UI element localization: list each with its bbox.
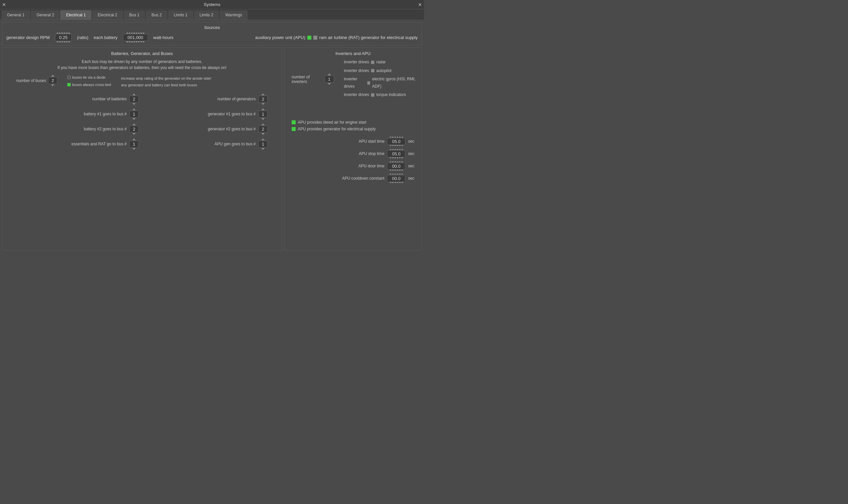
apu-start-time-spinbox[interactable]: 05.0 xyxy=(387,137,405,146)
battery-value[interactable]: 001,000 xyxy=(123,34,148,41)
apu-cooldown-value[interactable]: 00.0 xyxy=(387,175,405,182)
tab-electrical1[interactable]: Electrical 1 xyxy=(60,10,91,20)
apu-gen-label: APU gen goes to bus # xyxy=(215,142,256,146)
ess-rat-spinbox[interactable]: 1 xyxy=(129,138,139,150)
tab-general2[interactable]: General 2 xyxy=(31,10,60,20)
apu-gen-value[interactable]: 1 xyxy=(258,141,268,148)
apu-cooldown-row: APU cooldown constant 00.0 sec xyxy=(288,174,414,183)
apu-gen-electrical-checkbox[interactable] xyxy=(292,127,296,131)
apu-times-section: APU start time 05.0 sec APU stop time xyxy=(288,137,418,183)
tab-warnings[interactable]: Warnings xyxy=(220,10,248,20)
apu-gen-down-arrow[interactable] xyxy=(261,148,265,150)
battery2-value[interactable]: 2 xyxy=(129,126,139,133)
battery2-label: battery #2 goes to bus # xyxy=(84,127,127,131)
batteries-up-arrow[interactable] xyxy=(132,93,136,95)
apu-gray-indicator[interactable] xyxy=(313,36,317,40)
number-of-batteries-spinbox[interactable]: 2 xyxy=(129,93,139,105)
inverter3-device: electric gyros (HSI, RMI, ADF) xyxy=(372,76,418,90)
apu-stop-time-value[interactable]: 05.0 xyxy=(387,150,405,157)
number-of-generators-value[interactable]: 2 xyxy=(258,96,268,103)
inverters-down-arrow[interactable] xyxy=(328,83,331,85)
battery2-bus-row: battery #2 goes to bus # 2 xyxy=(16,123,139,135)
number-of-buses-value[interactable]: 2 xyxy=(48,77,57,84)
tab-limits2[interactable]: Limits 2 xyxy=(194,10,219,20)
number-of-inverters-spinbox[interactable]: 1 xyxy=(325,73,334,85)
battery2-spinbox[interactable]: 2 xyxy=(129,123,139,135)
batteries-down-arrow[interactable] xyxy=(132,103,136,105)
generator1-label: generator #1 goes to bus # xyxy=(208,112,256,116)
generators-up-arrow[interactable] xyxy=(261,93,265,95)
title-bar: ✕ Systems ✕ xyxy=(0,0,424,9)
inverter4-label: inverter drives xyxy=(344,91,369,99)
tab-bus1[interactable]: Bus 1 xyxy=(124,10,145,20)
apu-bleed-label: APU provides bleed air for engine start xyxy=(298,120,366,125)
tab-limits1[interactable]: Limits 1 xyxy=(168,10,193,20)
apu-bleed-checkbox[interactable] xyxy=(292,120,296,124)
generator-rpm-spinbox[interactable]: 0.25 xyxy=(55,33,72,42)
generator2-down-arrow[interactable] xyxy=(261,133,265,135)
cross-tie-label: buses always cross-tied xyxy=(72,83,111,87)
ess-rat-up-arrow[interactable] xyxy=(132,138,136,140)
apu-start-time-value[interactable]: 05.0 xyxy=(387,138,405,145)
tab-electrical2[interactable]: Electrical 2 xyxy=(92,10,123,20)
battery1-value[interactable]: 1 xyxy=(129,111,139,118)
generator-rpm-value[interactable]: 0.25 xyxy=(55,34,72,41)
generator1-down-arrow[interactable] xyxy=(261,118,265,120)
battery-spinbox[interactable]: 001,000 xyxy=(123,33,148,42)
right-panel: Inverters and APU number of inverters 1 … xyxy=(284,47,422,250)
sources-title: Sources xyxy=(6,25,418,30)
diode-checkbox[interactable] xyxy=(67,76,71,79)
inverter2-label: inverter drives xyxy=(344,67,369,75)
apu-stop-time-sec: sec xyxy=(408,151,414,156)
apu-door-time-sec: sec xyxy=(408,164,414,168)
left-panel-title: Batteries, Generator, and Buses xyxy=(6,51,278,56)
apu-start-time-label: APU start time xyxy=(338,139,384,144)
inverter-row-3: inverter drives electric gyros (HSI, RMI… xyxy=(344,76,418,90)
close-button-right[interactable]: ✕ xyxy=(418,2,422,7)
battery1-up-arrow[interactable] xyxy=(132,108,136,110)
apu-door-time-spinbox[interactable]: 00.0 xyxy=(387,161,405,171)
cross-tie-checkbox[interactable] xyxy=(67,83,71,86)
buses-down-arrow[interactable] xyxy=(51,84,54,86)
ess-rat-value[interactable]: 1 xyxy=(129,141,139,148)
ess-rat-bus-row: essentials and RAT go to bus # 1 xyxy=(16,138,139,150)
inverter2-indicator xyxy=(371,69,374,72)
generator2-up-arrow[interactable] xyxy=(261,123,265,125)
ess-rat-down-arrow[interactable] xyxy=(132,148,136,150)
number-of-batteries-label: number of batteries xyxy=(92,97,127,101)
apu-gen-spinbox[interactable]: 1 xyxy=(258,138,268,150)
generators-down-arrow[interactable] xyxy=(261,103,265,105)
apu-stop-time-spinbox[interactable]: 05.0 xyxy=(387,149,405,159)
generator1-value[interactable]: 1 xyxy=(258,111,268,118)
inverter-devices-list: inverter drives radar inverter drives au… xyxy=(344,59,418,100)
generator2-spinbox[interactable]: 2 xyxy=(258,123,268,135)
apu-gen-up-arrow[interactable] xyxy=(261,138,265,140)
battery1-spinbox[interactable]: 1 xyxy=(129,108,139,120)
number-of-generators-spinbox[interactable]: 2 xyxy=(258,93,268,105)
inverter1-label: inverter drives xyxy=(344,59,369,66)
battery1-down-arrow[interactable] xyxy=(132,118,136,120)
battery2-up-arrow[interactable] xyxy=(132,123,136,125)
apu-door-time-value[interactable]: 00.0 xyxy=(387,163,405,170)
tab-bus2[interactable]: Bus 2 xyxy=(146,10,167,20)
generator1-up-arrow[interactable] xyxy=(261,108,265,110)
inverters-up-arrow[interactable] xyxy=(328,73,331,75)
number-of-generators-row: number of generators 2 xyxy=(145,93,268,105)
battery2-down-arrow[interactable] xyxy=(132,133,136,135)
ratio-label: (ratio) xyxy=(77,35,88,40)
tab-general1[interactable]: General 1 xyxy=(1,10,30,20)
buses-up-arrow[interactable] xyxy=(51,75,54,77)
apu-green-indicator[interactable] xyxy=(307,36,311,40)
number-of-buses-spinbox[interactable]: 2 xyxy=(48,75,57,86)
apu-door-time-label: APU door time xyxy=(338,164,384,168)
apu-stop-time-row: APU stop time 05.0 sec xyxy=(288,149,414,159)
close-button-left[interactable]: ✕ xyxy=(2,2,6,7)
generator2-value[interactable]: 2 xyxy=(258,126,268,133)
apu-gen-electrical-label: APU provides generator for electrical su… xyxy=(298,127,376,131)
apu-cooldown-label: APU cooldown constant xyxy=(338,176,384,181)
number-of-batteries-value[interactable]: 2 xyxy=(129,96,139,103)
generator1-spinbox[interactable]: 1 xyxy=(258,108,268,120)
apu-gen-bus-row: APU gen goes to bus # 1 xyxy=(145,138,268,150)
number-of-inverters-value[interactable]: 1 xyxy=(325,76,334,83)
apu-cooldown-spinbox[interactable]: 00.0 xyxy=(387,174,405,183)
